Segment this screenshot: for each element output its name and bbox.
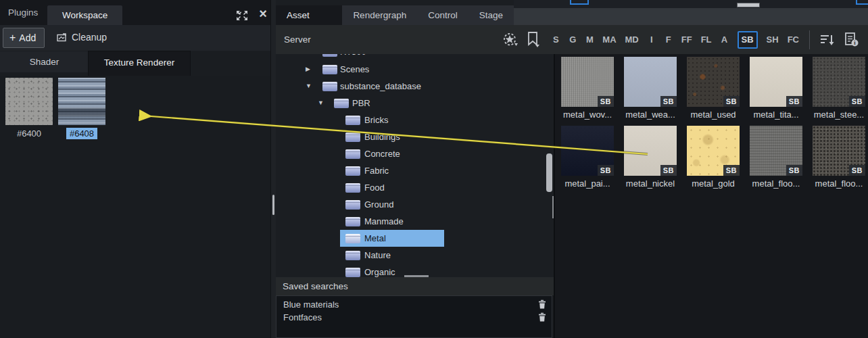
splitter-handle-top[interactable]: [737, 3, 760, 7]
cleanup-button[interactable]: Cleanup: [51, 28, 112, 47]
tab-shader[interactable]: Shader: [0, 51, 89, 72]
folder-icon: [345, 166, 360, 176]
substance-badge: SB: [723, 165, 740, 176]
plus-icon: +: [9, 32, 16, 43]
tree-item-pbr[interactable]: ▼PBR: [276, 95, 546, 112]
filter-button-ma[interactable]: MA: [602, 34, 616, 46]
filter-button-md[interactable]: MD: [625, 34, 639, 46]
texture-label: #6400: [5, 128, 53, 139]
substance-badge: SB: [660, 165, 677, 176]
tab-plugins[interactable]: Plugins: [0, 0, 46, 25]
tree-item-rt500[interactable]: RT500: [276, 54, 546, 60]
tree-item-metal[interactable]: Metal: [276, 230, 546, 247]
application-window: Plugins Workspace × +Add: [0, 0, 868, 338]
tree-item-fabric[interactable]: Fabric: [276, 162, 546, 179]
texture-id[interactable]: #6408: [66, 128, 97, 139]
texture-thumbnail[interactable]: [5, 78, 53, 125]
filter-button-s[interactable]: S: [552, 34, 560, 46]
asset-thumbnail: SB: [750, 126, 802, 176]
tree-item-nature[interactable]: Nature: [276, 247, 546, 264]
asset-card[interactable]: SBmetal_floo...: [813, 126, 865, 189]
asset-label: metal_pai...: [561, 178, 614, 189]
filter-button-f[interactable]: F: [665, 34, 673, 46]
filter-button-i[interactable]: I: [648, 34, 656, 46]
tree-item-label: Manmade: [364, 213, 404, 230]
asset-card[interactable]: SBmetal_stee...: [813, 57, 865, 120]
filter-button-a[interactable]: A: [721, 34, 729, 46]
saved-search-item[interactable]: Fontfaces: [276, 311, 552, 324]
filter-button-sh[interactable]: SH: [767, 34, 779, 46]
tree-item-label: Fabric: [364, 162, 389, 179]
tree-expander-icon[interactable]: ▼: [318, 95, 324, 112]
tree-item-scenes[interactable]: ▶Scenes: [276, 61, 546, 78]
tree-item-manmade[interactable]: Manmade: [276, 213, 546, 230]
asset-card[interactable]: SBmetal_wea...: [624, 57, 677, 120]
server-browser-tree: RT500▶Scenes▼substance_database▼PBRBrick…: [276, 54, 554, 277]
folder-icon: [345, 268, 360, 277]
tree-item-substance-database[interactable]: ▼substance_database: [276, 78, 546, 95]
asset-card[interactable]: SBmetal_used: [687, 57, 740, 120]
tree-item-ground[interactable]: Ground: [276, 196, 546, 213]
asset-label: metal_wea...: [624, 110, 677, 120]
substance-badge: SB: [660, 96, 677, 107]
filter-button-m[interactable]: M: [585, 34, 594, 46]
substance-badge: SB: [723, 96, 740, 107]
tab-rendergraph[interactable]: Rendergraph: [342, 5, 417, 25]
add-button[interactable]: +Add: [3, 28, 45, 48]
asset-card[interactable]: SBmetal_tita...: [750, 57, 802, 120]
filter-button-g[interactable]: G: [569, 34, 577, 46]
filter-button-sb[interactable]: SB: [738, 31, 758, 49]
tree-item-label: PBR: [352, 95, 370, 112]
filter-button-fl[interactable]: FL: [701, 34, 712, 46]
sort-icon[interactable]: [820, 33, 835, 47]
asset-browser-panel: SBmetal_wov...SBmetal_wea...SBmetal_used…: [554, 54, 868, 338]
tree-item-label: Ground: [364, 196, 393, 213]
tree-item-concrete[interactable]: Concrete: [276, 145, 546, 162]
asset-label: metal_gold: [687, 178, 740, 189]
asset-label: metal_used: [687, 110, 740, 120]
asset-card[interactable]: SBmetal_wov...: [561, 57, 614, 120]
texture-label: #6408: [58, 128, 105, 139]
filter-button-fc[interactable]: FC: [788, 34, 799, 46]
asset-card[interactable]: SBmetal_gold: [687, 126, 740, 189]
folder-icon: [322, 54, 337, 57]
tab-asset-view[interactable]: Asset View: [276, 5, 342, 25]
tree-item-label: Concrete: [364, 145, 400, 162]
tab-control[interactable]: Control: [417, 5, 468, 25]
tree-item-buildings[interactable]: Buildings: [276, 128, 546, 145]
folder-icon: [322, 65, 337, 74]
saved-search-label: Fontfaces: [283, 311, 322, 324]
tree-expander-icon[interactable]: ▶: [306, 61, 310, 78]
folder-icon: [345, 132, 360, 142]
tree-item-food[interactable]: Food: [276, 179, 546, 196]
substance-badge: SB: [598, 165, 614, 176]
refresh-favorites-icon[interactable]: [502, 32, 518, 48]
toolbar-separator: [809, 30, 810, 49]
asset-thumbnail: SB: [561, 57, 614, 107]
tab-workspace[interactable]: Workspace: [47, 5, 122, 25]
document-info-icon[interactable]: i: [844, 32, 859, 47]
asset-card[interactable]: SBmetal_floo...: [750, 126, 802, 189]
tree-scrollbar-thumb[interactable]: [546, 153, 552, 192]
expand-panel-icon[interactable]: [236, 10, 248, 21]
tree-expander-icon[interactable]: ▼: [306, 78, 312, 95]
texture-thumbnail[interactable]: [58, 78, 105, 125]
saved-search-item[interactable]: Blue materials: [276, 298, 552, 311]
asset-label: metal_nickel: [624, 178, 677, 189]
focused-panel-corner: [856, 0, 868, 5]
center-panel-tabbar: Asset View Rendergraph Control Stage: [276, 5, 514, 25]
filter-button-ff[interactable]: FF: [681, 34, 692, 46]
tree-item-bricks[interactable]: Bricks: [276, 112, 546, 128]
trash-icon[interactable]: [538, 312, 546, 322]
tab-texture-renderer[interactable]: Texture Renderer: [89, 51, 190, 76]
tab-stage[interactable]: Stage: [468, 5, 514, 25]
close-panel-icon[interactable]: ×: [256, 5, 270, 22]
folder-icon: [334, 99, 349, 108]
bookmark-icon[interactable]: [527, 32, 540, 47]
trash-icon[interactable]: [538, 299, 546, 309]
asset-label: metal_stee...: [813, 110, 865, 120]
asset-card[interactable]: SBmetal_pai...: [561, 126, 614, 189]
folder-icon: [345, 251, 360, 260]
asset-card[interactable]: SBmetal_nickel: [624, 126, 677, 189]
splitter-handle[interactable]: [272, 195, 274, 215]
